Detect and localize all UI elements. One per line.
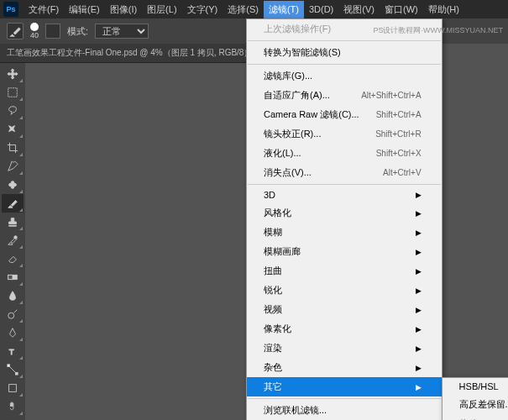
svg-point-6 [8, 312, 14, 318]
menu-layer[interactable]: 图层(L) [142, 1, 181, 18]
brush-dot-icon [30, 23, 39, 31]
filter-cat-render[interactable]: 渲染▶ [247, 339, 442, 358]
brush-preset[interactable]: 40 [30, 23, 39, 39]
chevron-right-icon: ▶ [416, 383, 422, 391]
brush-icon[interactable] [7, 23, 24, 39]
chevron-right-icon: ▶ [416, 191, 422, 199]
eraser-tool[interactable] [2, 249, 24, 268]
menu-window[interactable]: 窗口(W) [380, 1, 423, 18]
brush-tool[interactable] [2, 194, 24, 213]
menu-edit[interactable]: 编辑(E) [64, 1, 105, 18]
move-tool[interactable] [2, 65, 24, 83]
menu-file[interactable]: 文件(F) [24, 1, 64, 18]
toolbar: T [0, 63, 25, 420]
mode-label: 模式: [67, 25, 88, 38]
filter-gallery[interactable]: 滤镜库(G)... [247, 66, 442, 86]
filter-cat-blur[interactable]: 模糊▶ [247, 223, 442, 242]
zoom-tool[interactable] [2, 416, 24, 420]
filter-last: 上次滤镜操作(F) [247, 19, 442, 39]
ps-logo: Ps [3, 2, 18, 17]
svg-rect-8 [8, 365, 10, 367]
lasso-tool[interactable] [2, 102, 24, 120]
history-brush-tool[interactable] [2, 231, 24, 249]
filter-camera-raw[interactable]: Camera Raw 滤镜(C)...Shift+Ctrl+A [247, 105, 442, 124]
wand-tool[interactable] [2, 120, 24, 139]
chevron-right-icon: ▶ [416, 286, 422, 295]
svg-rect-9 [16, 373, 18, 375]
separator [248, 398, 441, 399]
stamp-tool[interactable] [2, 213, 24, 231]
chevron-right-icon: ▶ [416, 306, 422, 314]
filter-vanishing-point[interactable]: 消失点(V)...Alt+Ctrl+V [247, 163, 442, 182]
svg-text:T: T [9, 347, 14, 356]
separator [248, 64, 441, 65]
filter-cat-video[interactable]: 视频▶ [247, 300, 442, 319]
gradient-tool[interactable] [2, 268, 24, 286]
chevron-right-icon: ▶ [416, 267, 422, 276]
menu-3d[interactable]: 3D(D) [304, 2, 338, 17]
menubar: Ps 文件(F) 编辑(E) 图像(I) 图层(L) 文字(Y) 选择(S) 滤… [0, 0, 508, 18]
menu-type[interactable]: 文字(Y) [182, 1, 223, 18]
filter-liquify[interactable]: 液化(L)...Shift+Ctrl+X [247, 144, 442, 163]
chevron-right-icon: ▶ [416, 364, 422, 372]
chevron-right-icon: ▶ [416, 228, 422, 237]
filter-adaptive-wide-angle[interactable]: 自适应广角(A)...Alt+Shift+Ctrl+A [247, 86, 442, 105]
pen-tool[interactable] [2, 323, 24, 342]
filter-cat-noise[interactable]: 杂色▶ [247, 358, 442, 377]
menu-select[interactable]: 选择(S) [223, 1, 264, 18]
svg-rect-5 [8, 275, 13, 279]
mode-select[interactable]: 正常 [95, 24, 149, 39]
filter-lens-correction[interactable]: 镜头校正(R)...Shift+Ctrl+R [247, 124, 442, 144]
marquee-tool[interactable] [2, 83, 24, 102]
chevron-right-icon: ▶ [416, 344, 422, 353]
filter-browse-online[interactable]: 浏览联机滤镜... [247, 401, 442, 420]
eyedropper-tool[interactable] [2, 157, 24, 176]
filter-cat-3d[interactable]: 3D▶ [247, 186, 442, 203]
brush-size-label: 40 [30, 31, 39, 39]
toggle-1[interactable] [45, 24, 60, 39]
svg-point-3 [14, 236, 18, 239]
filter-cat-distort[interactable]: 扭曲▶ [247, 261, 442, 281]
shape-tool[interactable] [2, 379, 24, 397]
dodge-tool[interactable] [2, 305, 24, 323]
type-tool[interactable]: T [2, 342, 24, 360]
svg-rect-0 [8, 88, 18, 97]
separator [248, 184, 441, 185]
chevron-right-icon: ▶ [416, 209, 422, 218]
filter-cat-sharpen[interactable]: 锐化▶ [247, 281, 442, 300]
other-offset[interactable]: 位移... [443, 414, 508, 420]
separator [248, 40, 441, 41]
blur-tool[interactable] [2, 286, 24, 305]
filter-convert-smart[interactable]: 转换为智能滤镜(S) [247, 43, 442, 62]
filter-menu-dropdown: 上次滤镜操作(F) 转换为智能滤镜(S) 滤镜库(G)... 自适应广角(A).… [246, 18, 443, 420]
menu-image[interactable]: 图像(I) [105, 1, 142, 18]
menu-filter[interactable]: 滤镜(T) [264, 1, 304, 18]
svg-rect-10 [9, 385, 17, 392]
filter-cat-pixelate[interactable]: 像素化▶ [247, 319, 442, 339]
hand-tool[interactable] [2, 397, 24, 416]
path-tool[interactable] [2, 360, 24, 379]
svg-rect-2 [11, 181, 14, 189]
filter-cat-stylize[interactable]: 风格化▶ [247, 203, 442, 223]
menu-view[interactable]: 视图(V) [338, 1, 380, 18]
chevron-right-icon: ▶ [416, 248, 422, 256]
other-highpass[interactable]: 高反差保留... [443, 395, 508, 414]
document-tab[interactable]: 工笔画效果工程文件-Final One.psd @ 4%（图层 1 拷贝, RG… [0, 44, 259, 63]
menu-help[interactable]: 帮助(H) [423, 1, 464, 18]
other-submenu: HSB/HSL 高反差保留... 位移... 自定... 最大值... 最小值.… [442, 377, 508, 420]
other-hsb[interactable]: HSB/HSL [443, 378, 508, 395]
filter-cat-other[interactable]: 其它▶ HSB/HSL 高反差保留... 位移... 自定... 最大值... … [247, 377, 442, 396]
heal-tool[interactable] [2, 176, 24, 194]
chevron-right-icon: ▶ [416, 325, 422, 333]
crop-tool[interactable] [2, 139, 24, 157]
filter-cat-blur-gallery[interactable]: 模糊画廊▶ [247, 242, 442, 261]
